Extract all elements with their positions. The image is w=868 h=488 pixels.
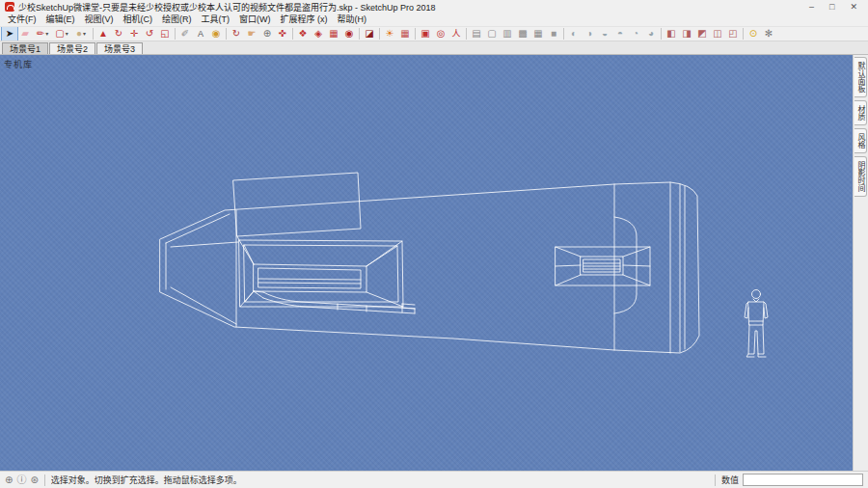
menu-item[interactable]: 文件(F) xyxy=(3,14,41,26)
hangar-opening[interactable] xyxy=(239,240,403,307)
interact-tool-icon[interactable]: ◉ xyxy=(341,27,357,41)
status-separator xyxy=(44,474,45,486)
layout-icon[interactable]: ◫ xyxy=(710,27,725,41)
panel-tab[interactable]: 阴影时间 xyxy=(854,156,867,197)
section-plane-icon[interactable]: ◪ xyxy=(362,27,377,41)
hidden-line-style-icon[interactable]: ▥ xyxy=(500,27,515,41)
menu-item[interactable]: 窗口(W) xyxy=(234,14,276,26)
menu-item[interactable]: 视图(V) xyxy=(80,14,119,26)
menu-item[interactable]: 相机(C) xyxy=(119,14,158,26)
minimize-button[interactable]: – xyxy=(809,1,814,13)
globe-icon[interactable]: ◓ xyxy=(612,27,628,41)
menu-item[interactable]: 扩展程序 (x) xyxy=(276,14,333,26)
share-model-icon[interactable]: ◨ xyxy=(679,27,694,41)
warehouse-icon[interactable]: ◧ xyxy=(664,27,679,41)
line-tool-icon[interactable]: ✏ xyxy=(33,27,52,41)
rotate-tool-icon[interactable]: ↺ xyxy=(142,27,157,41)
status-separator xyxy=(715,474,716,486)
shape-tool-icon[interactable]: ▢ xyxy=(52,27,71,41)
position-camera-icon[interactable]: ▣ xyxy=(418,27,433,41)
paint-bucket-tool-icon[interactable]: ◉ xyxy=(208,27,224,41)
scene-tab[interactable]: 场景号3 xyxy=(96,42,143,54)
wireframe-style-icon[interactable]: ▢ xyxy=(484,27,500,41)
fog-icon[interactable]: ▦ xyxy=(397,27,413,41)
close-button[interactable]: ✕ xyxy=(850,1,857,13)
geolocation-icon[interactable]: ⊕ xyxy=(5,473,13,488)
walk-tool-icon[interactable]: 人 xyxy=(448,27,464,41)
measurements-input[interactable] xyxy=(743,474,863,486)
push-pull-tool-icon[interactable]: ▲ xyxy=(95,27,111,41)
scale-tool-icon[interactable]: ◱ xyxy=(157,27,173,41)
orbit-tool-icon[interactable]: ↻ xyxy=(229,27,244,41)
help-icon[interactable]: ⊛ xyxy=(30,473,38,488)
look-around-icon[interactable]: ◎ xyxy=(433,27,448,41)
style-builder-icon[interactable]: ◰ xyxy=(725,27,741,41)
pan-tool-icon[interactable]: ☛ xyxy=(244,27,259,41)
scene-tab-bar: 场景号1 场景号2 场景号3 xyxy=(0,41,868,55)
geolocate-icon[interactable]: ⊙ xyxy=(746,27,761,41)
textured-style-icon[interactable]: ▦ xyxy=(530,27,546,41)
menu-item[interactable]: 工具(T) xyxy=(197,14,235,26)
scene-tab[interactable]: 场景号2 xyxy=(49,42,95,54)
title-bar: 少校SketchUp微课堂-只要是未经少校授权或少校本人认可的视频文件都是盗用行… xyxy=(0,0,868,14)
panel-tab[interactable]: 默认面板 xyxy=(854,57,867,97)
menu-bar: 文件(F) 编辑(E) 视图(V) 相机(C) 绘图(R) 工具(T) 窗口(W… xyxy=(0,14,868,26)
add-location-icon[interactable]: ◐ xyxy=(566,27,582,41)
circle-tool-icon[interactable]: ● xyxy=(71,27,91,41)
tape-measure-tool-icon[interactable]: ✐ xyxy=(177,27,193,41)
maximize-button[interactable]: □ xyxy=(829,1,834,13)
panel-tab-strip: 默认面板 材质 风格 阴影时间 xyxy=(853,55,868,471)
xray-style-icon[interactable]: ▤ xyxy=(469,27,484,41)
component-options-icon[interactable]: ◈ xyxy=(311,27,326,41)
menu-item[interactable]: 绘图(R) xyxy=(157,14,197,26)
tunnel-opening[interactable] xyxy=(556,247,650,285)
scale-figure[interactable] xyxy=(745,290,768,358)
component-attributes-icon[interactable]: ▦ xyxy=(326,27,341,41)
window-title: 少校SketchUp微课堂-只要是未经少校授权或少校本人认可的视频文件都是盗用行… xyxy=(18,1,436,14)
status-bar: ⊕ ⓘ ⊛ 选择对象。切换到扩充选择。拖动鼠标选择多项。 数值 xyxy=(0,471,868,488)
sketchup-logo-icon xyxy=(5,2,14,12)
wireframe-model[interactable] xyxy=(0,55,853,471)
zoom-tool-icon[interactable]: ⊕ xyxy=(259,27,275,41)
select-tool-icon[interactable]: ➤ xyxy=(2,27,17,41)
credits-icon[interactable]: ⓘ xyxy=(16,473,26,488)
monochrome-style-icon[interactable]: ■ xyxy=(546,27,561,41)
toggle-terrain-icon[interactable]: ◑ xyxy=(582,27,597,41)
menu-item[interactable]: 编辑(E) xyxy=(41,14,80,26)
zoom-extents-tool-icon[interactable]: ✜ xyxy=(275,27,290,41)
shaded-style-icon[interactable]: ▩ xyxy=(515,27,530,41)
scene-tab[interactable]: 场景号1 xyxy=(2,42,48,54)
photo-textures-icon[interactable]: ◒ xyxy=(597,27,612,41)
status-message: 选择对象。切换到扩充选择。拖动鼠标选择多项。 xyxy=(51,474,709,486)
extension-warehouse-icon[interactable]: ◩ xyxy=(694,27,710,41)
shadows-icon[interactable]: ☀ xyxy=(382,27,397,41)
sketchup-window: 少校SketchUp微课堂-只要是未经少校授权或少校本人认可的视频文件都是盗用行… xyxy=(0,0,868,488)
eraser-tool-icon[interactable]: ▰ xyxy=(17,27,33,41)
model-viewport[interactable]: 专机库 xyxy=(0,55,853,471)
roof-panel[interactable] xyxy=(233,173,361,240)
follow-me-tool-icon[interactable]: ↻ xyxy=(111,27,126,41)
make-component-icon[interactable]: ❖ xyxy=(295,27,311,41)
move-tool-icon[interactable]: ✛ xyxy=(126,27,142,41)
panel-tab[interactable]: 风格 xyxy=(854,128,867,153)
camera-list-icon[interactable]: ◕ xyxy=(643,27,659,41)
toolbar: ➤ ▰ ✏ ▢ ● ▲ ↻ ✛ ↺ ◱ ✐ A ◉ xyxy=(0,26,868,41)
dimension-tool-icon[interactable]: A xyxy=(193,27,208,41)
panel-tab[interactable]: 材质 xyxy=(854,100,867,125)
preferences-icon[interactable]: ✻ xyxy=(761,27,776,41)
adv-camera-icon[interactable]: ◔ xyxy=(628,27,643,41)
hull-outline[interactable] xyxy=(160,182,699,353)
measurements-label: 数值 xyxy=(721,474,739,486)
menu-item[interactable]: 帮助(H) xyxy=(333,14,372,26)
